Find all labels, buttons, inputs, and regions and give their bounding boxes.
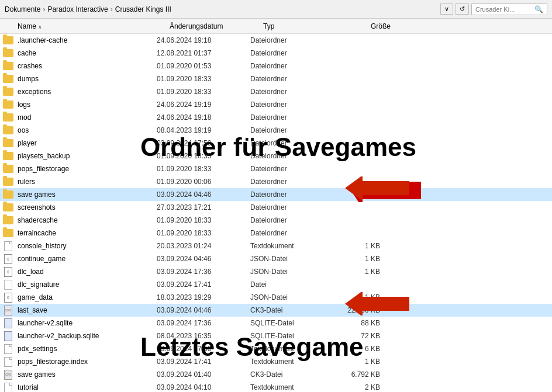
file-name: pops_filestorage.index <box>16 358 157 366</box>
file-type: Dateiordner <box>250 229 326 237</box>
db-icon <box>2 317 14 329</box>
breadcrumb-ck3[interactable]: Crusader Kings III <box>115 5 171 13</box>
search-box: 🔍 <box>471 4 547 15</box>
file-size: 1 KB <box>326 358 385 366</box>
file-type: JSON-Datei <box>250 268 326 276</box>
list-item[interactable]: launcher-v2_backup.sqlite 08.04.2023 16:… <box>0 329 552 342</box>
list-item[interactable]: dumps 01.09.2020 18:33 Dateiordner <box>0 72 552 85</box>
file-name: save games <box>16 190 157 199</box>
file-name: pdx_settings <box>16 345 157 353</box>
file-date: 03.09.2024 17:50 <box>157 345 250 353</box>
list-item[interactable]: pops_filestorage.index 03.09.2024 17:41 … <box>0 355 552 368</box>
file-date: 03.09.2024 04:46 <box>157 255 250 263</box>
list-item[interactable]: crashes 01.09.2020 01:53 Dateiordner <box>0 60 552 72</box>
folder-icon <box>2 112 14 123</box>
list-item[interactable]: CK3 last_save 03.09.2024 04:46 CK3-Datei… <box>0 304 552 317</box>
file-date: 03.09.2024 04:46 <box>157 306 250 314</box>
file-date: 03.09.2024 17:41 <box>157 280 250 289</box>
file-date: 24.06.2024 19:19 <box>157 100 250 109</box>
folder-icon <box>2 137 14 149</box>
folder-icon <box>2 227 14 239</box>
list-item[interactable]: logs 24.06.2024 19:19 Dateiordner <box>0 98 552 111</box>
file-type: Textdokument <box>250 358 326 366</box>
file-date: 01.09.2020 18:33 <box>157 75 250 83</box>
col-header-name[interactable]: Name ∧ <box>14 21 166 32</box>
file-date: 03.09.2024 17:50 <box>157 139 250 147</box>
file-type: Textdokument <box>250 242 326 250</box>
file-type: Dateiordner <box>250 152 326 160</box>
list-item[interactable]: terraincache 01.09.2020 18:33 Dateiordne… <box>0 227 552 240</box>
file-type: Dateiordner <box>250 88 326 96</box>
list-item[interactable]: screenshots 27.03.2023 17:21 Dateiordner <box>0 201 552 214</box>
txt-icon <box>2 356 14 367</box>
sep2: › <box>111 5 113 13</box>
list-item[interactable]: dlc_signature 03.09.2024 17:41 Datei <box>0 278 552 291</box>
col-header-size[interactable]: Größe <box>336 21 394 32</box>
list-item[interactable]: pdx_settings 03.09.2024 17:50 Textdokume… <box>0 342 552 355</box>
list-item[interactable]: console_history 20.03.2023 01:24 Textdok… <box>0 240 552 252</box>
refresh-button[interactable]: ↺ <box>456 4 469 15</box>
list-item[interactable]: cache 12.08.2021 01:37 Dateiordner <box>0 47 552 60</box>
file-date: 01.09.2020 18:33 <box>157 216 250 224</box>
nav-up-button[interactable]: ∨ <box>440 4 453 15</box>
search-input[interactable] <box>475 6 534 13</box>
file-date: 03.09.2024 01:40 <box>157 370 250 379</box>
file-list: .launcher-cache 24.06.2024 19:18 Dateior… <box>0 34 552 392</box>
file-date: 03.09.2024 17:36 <box>157 268 250 276</box>
list-item[interactable]: exceptions 01.09.2020 18:33 Dateiordner <box>0 85 552 98</box>
file-name: pops_filestorage <box>16 165 157 173</box>
file-type: Dateiordner <box>250 62 326 70</box>
list-item[interactable]: tutorial 03.09.2024 04:10 Textdokument 2… <box>0 381 552 392</box>
col-header-type[interactable]: Typ <box>260 21 336 32</box>
file-name: terraincache <box>16 229 157 237</box>
folder-icon <box>2 150 14 162</box>
list-item[interactable]: {} dlc_load 03.09.2024 17:36 JSON-Datei … <box>0 265 552 278</box>
file-name: dlc_load <box>16 268 157 276</box>
file-name: dlc_signature <box>16 280 157 289</box>
list-item[interactable]: mod 24.06.2024 19:18 Dateiordner <box>0 111 552 124</box>
plain-icon <box>2 279 14 290</box>
list-item[interactable]: launcher-v2.sqlite 03.09.2024 17:36 SQLI… <box>0 317 552 329</box>
file-type: Textdokument <box>250 383 326 391</box>
file-name: mod <box>16 113 157 122</box>
file-date: 03.09.2024 04:46 <box>157 190 250 199</box>
list-item[interactable]: playsets_backup 01.09.2020 18:33 Dateior… <box>0 150 552 162</box>
folder-icon <box>2 73 14 85</box>
list-item[interactable]: oos 08.04.2023 19:19 Dateiordner <box>0 124 552 137</box>
list-item[interactable]: rulers 01.09.2020 00:06 Dateiordner <box>0 175 552 188</box>
col-header-date[interactable]: Änderungsdatum <box>166 21 260 32</box>
file-name: launcher-v2.sqlite <box>16 319 157 327</box>
folder-icon <box>2 176 14 188</box>
list-item[interactable]: CK3 save games 03.09.2024 01:40 CK3-Date… <box>0 368 552 381</box>
breadcrumb-dokumente[interactable]: Dokumente <box>5 5 40 13</box>
list-item[interactable]: {} continue_game 03.09.2024 04:46 JSON-D… <box>0 252 552 265</box>
file-date: 03.09.2024 04:10 <box>157 383 250 391</box>
file-size: 1 KB <box>326 268 385 276</box>
list-item[interactable]: player 03.09.2024 17:50 Dateiordner <box>0 137 552 150</box>
file-type: Dateiordner <box>250 36 326 44</box>
file-name: .launcher-cache <box>16 36 157 44</box>
file-date: 27.03.2023 17:21 <box>157 203 250 211</box>
folder-icon <box>2 99 14 110</box>
list-item[interactable]: {} game_data 18.03.2023 19:29 JSON-Datei… <box>0 291 552 304</box>
file-type: Dateiordner <box>250 126 326 134</box>
breadcrumb-paradox[interactable]: Paradox Interactive <box>47 5 108 13</box>
list-item[interactable]: .launcher-cache 24.06.2024 19:18 Dateior… <box>0 34 552 47</box>
file-name: continue_game <box>16 255 157 263</box>
file-date: 01.09.2020 18:33 <box>157 165 250 173</box>
search-icon: 🔍 <box>534 5 543 13</box>
file-size: 2 KB <box>326 383 385 391</box>
file-type: Datei <box>250 280 326 289</box>
file-type: Dateiordner <box>250 165 326 173</box>
folder-icon <box>2 202 14 213</box>
ck3-icon: CK3 <box>2 304 14 316</box>
file-type: JSON-Datei <box>250 255 326 263</box>
list-item[interactable]: pops_filestorage 01.09.2020 18:33 Dateio… <box>0 162 552 175</box>
list-item[interactable]: save games 03.09.2024 04:46 Dateiordner <box>0 188 552 201</box>
file-name: playsets_backup <box>16 152 157 160</box>
file-name: launcher-v2_backup.sqlite <box>16 332 157 340</box>
json-icon: {} <box>2 253 14 265</box>
list-item[interactable]: shadercache 01.09.2020 18:33 Dateiordner <box>0 214 552 227</box>
file-size: 88 KB <box>326 319 385 327</box>
file-type: Dateiordner <box>250 75 326 83</box>
